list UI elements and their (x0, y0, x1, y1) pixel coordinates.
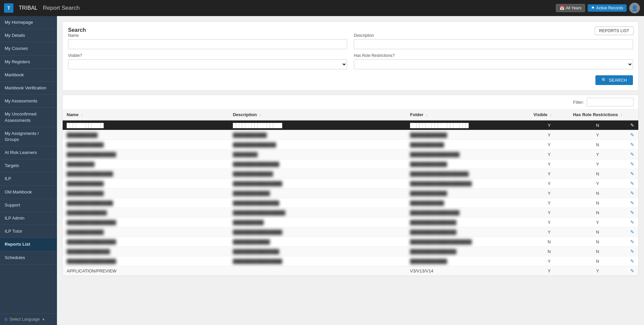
edit-icon[interactable]: ✎ (630, 171, 634, 176)
sidebar-item-at-risk-learners[interactable]: At Risk Learners (0, 146, 57, 159)
cell-description: █████████████ (229, 169, 406, 179)
description-input[interactable] (354, 39, 633, 49)
sidebar-item-support[interactable]: Support (0, 199, 57, 212)
edit-icon[interactable]: ✎ (630, 181, 634, 186)
table-row[interactable]: APPLICATION/PREVIEWV3/V13/V14YY✎ (63, 266, 638, 276)
cell-action[interactable]: ✎ (626, 198, 638, 208)
cell-folder: ███████████████████ (406, 120, 529, 130)
table-row[interactable]: ████████████████████████████████████████… (63, 169, 638, 179)
cell-has-role: N (569, 198, 626, 208)
table-row[interactable]: █████████████████████████████████████YN✎ (63, 140, 638, 150)
cell-action[interactable]: ✎ (626, 227, 638, 237)
cell-action[interactable]: ✎ (626, 266, 638, 276)
sidebar-item-ilp[interactable]: ILP (0, 172, 57, 185)
table-row[interactable]: ████████████████████████████████████████… (63, 198, 638, 208)
sidebar-item-my-registers[interactable]: My Registers (0, 56, 57, 69)
reports-list-button[interactable]: REPORTS LIST (595, 26, 634, 35)
sidebar-item-markbook-verification[interactable]: Markbook Verification (0, 82, 57, 95)
sidebar-item-my-assignments-groups[interactable]: My Assignments / Groups (0, 127, 57, 146)
edit-icon[interactable]: ✎ (630, 190, 634, 196)
sidebar-item-targets[interactable]: Targets (0, 159, 57, 172)
edit-icon[interactable]: ✎ (630, 239, 634, 244)
sidebar-item-ilp-tutor[interactable]: ILP Tutor (0, 225, 57, 238)
cell-action[interactable]: ✎ (626, 188, 638, 198)
cell-action[interactable]: ✎ (626, 130, 638, 140)
col-header-name[interactable]: Name ↕ (63, 109, 229, 120)
sidebar-item-old-markbook[interactable]: Old Markbook (0, 186, 57, 199)
cell-folder: ███████████████ (406, 247, 529, 256)
edit-icon[interactable]: ✎ (630, 268, 634, 273)
sidebar-item-my-unconfirmed-assessments[interactable]: My Unconfirmed Assessments (0, 108, 57, 127)
cell-action[interactable]: ✎ (626, 208, 638, 218)
has-role-select[interactable]: Y N (354, 59, 633, 69)
cell-folder: ████████████████ (406, 208, 529, 218)
table-row[interactable]: ████████████████████████████████████████… (63, 208, 638, 218)
edit-icon[interactable]: ✎ (630, 161, 634, 167)
edit-icon[interactable]: ✎ (630, 249, 634, 254)
cell-action[interactable]: ✎ (626, 120, 638, 130)
sidebar-item-my-homepage[interactable]: My Homepage (0, 16, 57, 29)
cell-action[interactable]: ✎ (626, 237, 638, 247)
table-row[interactable]: ████████████████████████████████████████… (63, 237, 638, 247)
col-header-description[interactable]: Description ↕ (229, 109, 406, 120)
sidebar-item-reports-list[interactable]: Reports List (0, 238, 57, 251)
edit-icon[interactable]: ✎ (630, 229, 634, 235)
table-row[interactable]: ████████████████████████████████████████… (63, 179, 638, 188)
visible-select[interactable]: Y N (68, 59, 347, 69)
cell-visible: Y (529, 140, 569, 150)
name-input[interactable] (68, 39, 347, 49)
table-row[interactable]: █████████████████████████████████YY✎ (63, 130, 638, 140)
table-row[interactable]: ████████████████████████████████████YN✎ (63, 188, 638, 198)
edit-icon[interactable]: ✎ (630, 220, 634, 225)
pin-icon: ⚑ (591, 6, 595, 10)
sidebar-item-ilp-admin[interactable]: ILP Admin (0, 212, 57, 225)
table-row[interactable]: ████████████████████████████████████████… (63, 227, 638, 237)
edit-icon[interactable]: ✎ (630, 210, 634, 215)
table-row[interactable]: ████████████████████████████████████████… (63, 247, 638, 256)
cell-name: ███████████████ (63, 198, 229, 208)
user-avatar[interactable]: 👤 (629, 3, 640, 13)
cell-visible: Y (529, 218, 569, 227)
table-row[interactable]: ████████████████████████████████████YY✎ (63, 159, 638, 169)
table-row[interactable]: ████████████████████████████████████████… (63, 256, 638, 266)
cell-action[interactable]: ✎ (626, 159, 638, 169)
cell-action[interactable]: ✎ (626, 150, 638, 159)
edit-icon[interactable]: ✎ (630, 200, 634, 206)
cell-action[interactable]: ✎ (626, 169, 638, 179)
sidebar-item-my-assessments[interactable]: My Assessments (0, 95, 57, 108)
cell-action[interactable]: ✎ (626, 218, 638, 227)
select-language-container[interactable]: G Select Language ▼ (0, 313, 57, 325)
edit-icon[interactable]: ✎ (630, 142, 634, 147)
edit-icon[interactable]: ✎ (630, 258, 634, 264)
sidebar-item-my-courses[interactable]: My Courses (0, 42, 57, 55)
main-content: Search REPORTS LIST Name Description Vis… (57, 16, 644, 325)
has-role-field-group: Has Role Restrictions? Y N (354, 53, 633, 69)
cell-action[interactable]: ✎ (626, 140, 638, 150)
cell-action[interactable]: ✎ (626, 179, 638, 188)
edit-icon[interactable]: ✎ (630, 123, 634, 128)
edit-icon[interactable]: ✎ (630, 132, 634, 138)
col-header-visible[interactable]: Visible ↕ (529, 109, 569, 120)
sidebar-item-my-details[interactable]: My Details (0, 29, 57, 42)
table-header-row: Name ↕ Description ↕ Folder ↕ Visible ↕ (63, 109, 638, 120)
col-header-folder[interactable]: Folder ↕ (406, 109, 529, 120)
cell-action[interactable]: ✎ (626, 247, 638, 256)
name-label: Name (68, 33, 347, 38)
sidebar-item-markbook[interactable]: Markbook (0, 69, 57, 82)
active-records-button[interactable]: ⚑ Active Records (588, 4, 627, 12)
filter-input[interactable] (587, 98, 634, 106)
table-row[interactable]: ████████████████████████████████████████… (63, 150, 638, 159)
sidebar-item-schedules[interactable]: Schedules (0, 251, 57, 264)
cell-visible: Y (529, 188, 569, 198)
cell-action[interactable]: ✎ (626, 256, 638, 266)
search-button[interactable]: 🔍 SEARCH (595, 75, 633, 85)
google-icon: G (5, 317, 8, 321)
col-header-has-role[interactable]: Has Role Restrictions ↕ (569, 109, 626, 120)
table-row[interactable]: ████████████████████████████████████████… (63, 120, 638, 130)
table-row[interactable]: ████████████████████████████████████████… (63, 218, 638, 227)
edit-icon[interactable]: ✎ (630, 152, 634, 157)
years-button[interactable]: 📅 All Years (556, 4, 585, 12)
cell-has-role: Y (569, 159, 626, 169)
cell-visible: Y (529, 130, 569, 140)
search-btn-label: SEARCH (609, 78, 627, 83)
